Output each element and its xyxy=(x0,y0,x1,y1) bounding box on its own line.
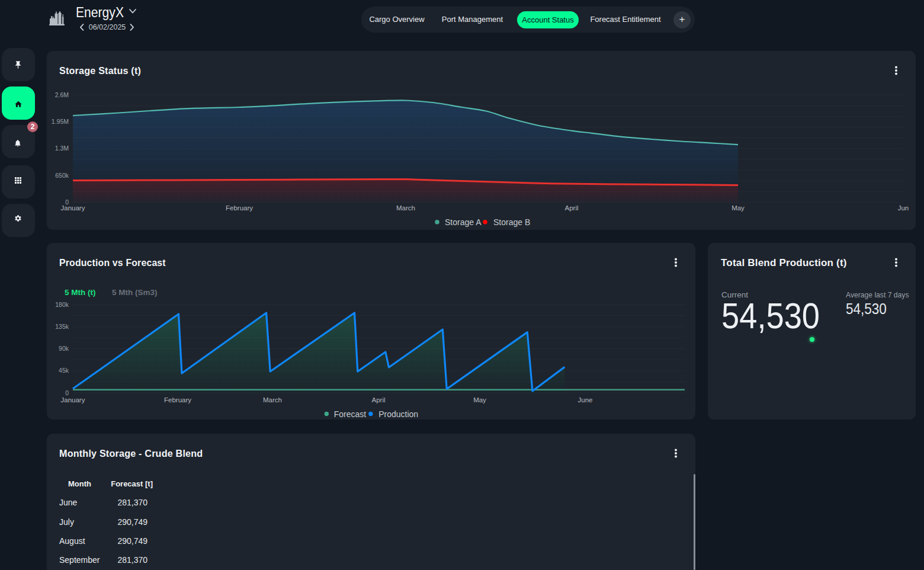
svg-text:March: March xyxy=(396,204,415,212)
svg-text:Storage B: Storage B xyxy=(493,217,530,227)
svg-text:2.6M: 2.6M xyxy=(55,91,69,98)
svg-text:650k: 650k xyxy=(55,172,69,179)
svg-text:0: 0 xyxy=(65,389,69,396)
svg-text:1.3M: 1.3M xyxy=(55,145,69,152)
svg-text:Production: Production xyxy=(378,409,418,419)
svg-text:June: June xyxy=(578,396,593,404)
svg-text:Storage A: Storage A xyxy=(445,217,482,227)
svg-text:February: February xyxy=(226,204,253,212)
svg-text:Jun: Jun xyxy=(898,204,909,212)
svg-text:180k: 180k xyxy=(55,301,69,308)
svg-text:135k: 135k xyxy=(55,323,69,330)
svg-text:April: April xyxy=(564,204,578,212)
svg-text:March: March xyxy=(263,396,282,404)
svg-text:1.95M: 1.95M xyxy=(52,118,69,125)
svg-text:45k: 45k xyxy=(59,367,69,374)
svg-text:January: January xyxy=(61,396,85,404)
svg-text:May: May xyxy=(732,204,745,212)
svg-text:May: May xyxy=(473,396,486,404)
svg-text:January: January xyxy=(61,204,85,212)
svg-text:Forecast: Forecast xyxy=(334,409,367,419)
svg-text:April: April xyxy=(371,396,385,404)
svg-text:February: February xyxy=(164,396,191,404)
svg-text:90k: 90k xyxy=(59,345,69,352)
